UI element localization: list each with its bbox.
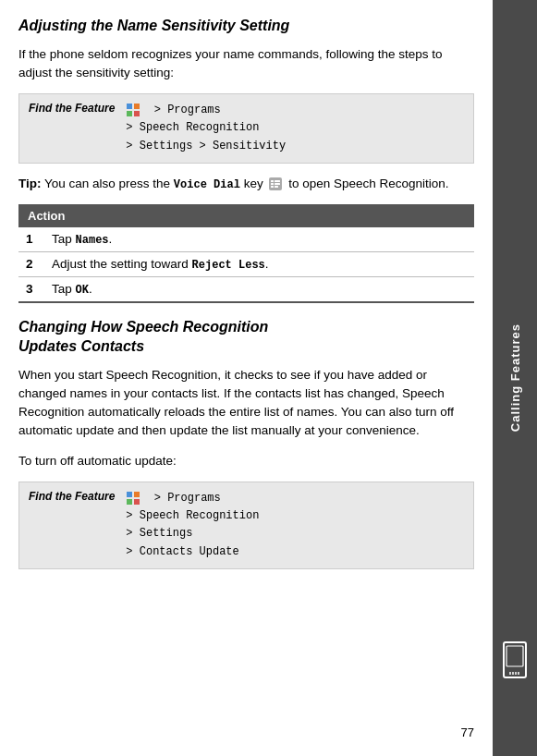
svg-rect-8 — [275, 180, 280, 182]
find-feature-steps-2: > Programs > Speech Recognition > Settin… — [126, 490, 259, 561]
section2-heading-line2: Updates Contacts — [18, 338, 144, 354]
svg-rect-14 — [134, 499, 140, 505]
main-content: Adjusting the Name Sensitivity Setting I… — [0, 0, 493, 756]
row3-num: 3 — [18, 277, 44, 303]
row3-action: Tap OK. — [44, 277, 474, 303]
find-feature-label-2: Find the Feature — [29, 490, 115, 503]
svg-rect-15 — [506, 646, 523, 666]
tip-body1: You can also press the — [42, 177, 174, 190]
action-table: Action 1 Tap Names. 2 Adjust the setting… — [18, 204, 474, 303]
step-settings-2: > Settings — [126, 525, 259, 543]
section2-heading: Changing How Speech Recognition Updates … — [18, 318, 474, 357]
sidebar: Calling Features — [493, 0, 537, 756]
find-feature-label-1: Find the Feature — [29, 102, 115, 115]
svg-rect-0 — [127, 104, 132, 109]
programs-icon-1 — [126, 103, 140, 117]
section2-body1: When you start Speech Recognition, it ch… — [18, 366, 474, 441]
page-number: 77 — [461, 726, 474, 739]
phone-svg — [498, 640, 531, 679]
table-row: 2 Adjust the setting toward Reject Less. — [18, 252, 474, 277]
table-row: 1 Tap Names. — [18, 227, 474, 252]
row2-num: 2 — [18, 252, 44, 277]
sidebar-label: Calling Features — [508, 323, 522, 432]
table-row: 3 Tap OK. — [18, 277, 474, 303]
section1-intro: If the phone seldom recognizes your name… — [18, 45, 474, 83]
svg-rect-11 — [127, 492, 132, 497]
find-feature-box-2: Find the Feature > Programs > Speech Rec… — [18, 482, 474, 569]
svg-rect-10 — [275, 186, 278, 188]
section2-body2: To turn off automatic update: — [18, 452, 474, 470]
tip-label: Tip: — [18, 177, 42, 190]
phone-icon — [498, 640, 531, 682]
voice-dial-icon — [268, 177, 283, 191]
row1-action: Tap Names. — [44, 227, 474, 252]
tip-body2: key — [240, 177, 267, 190]
row1-bold: Names — [76, 234, 109, 247]
step-speech-recognition-2: > Speech Recognition — [126, 507, 259, 525]
row1-num: 1 — [18, 227, 44, 252]
svg-rect-12 — [134, 492, 140, 497]
section1-heading: Adjusting the Name Sensitivity Setting — [18, 17, 474, 36]
row2-bold: Reject Less — [192, 259, 265, 272]
tip-text: Tip: You can also press the Voice Dial k… — [18, 175, 474, 193]
voice-dial-label: Voice Dial — [174, 178, 240, 191]
svg-rect-1 — [134, 104, 140, 109]
tip-body3: to open Speech Recognition. — [288, 177, 448, 190]
svg-rect-6 — [271, 183, 274, 185]
step-programs-2: > Programs — [126, 490, 259, 507]
programs-icon-2 — [126, 491, 140, 506]
step-speech-recognition-1: > Speech Recognition — [126, 119, 286, 137]
row3-bold: OK — [76, 284, 89, 297]
section2-heading-line1: Changing How Speech Recognition — [18, 319, 268, 335]
svg-rect-9 — [275, 183, 280, 185]
step-settings-sensitivity: > Settings > Sensitivity — [126, 138, 286, 155]
step-programs-1: > Programs — [126, 102, 286, 119]
svg-rect-5 — [271, 180, 274, 182]
svg-rect-3 — [134, 111, 140, 116]
row2-action: Adjust the setting toward Reject Less. — [44, 252, 474, 277]
svg-rect-13 — [127, 499, 132, 505]
action-table-header: Action — [18, 204, 474, 227]
step-contacts-update: > Contacts Update — [126, 543, 259, 561]
svg-rect-2 — [127, 111, 132, 116]
svg-rect-7 — [271, 186, 274, 188]
find-feature-steps-1: > Programs > Speech Recognition > Settin… — [126, 102, 286, 155]
find-feature-box-1: Find the Feature > Programs > Speech Rec… — [18, 93, 474, 164]
